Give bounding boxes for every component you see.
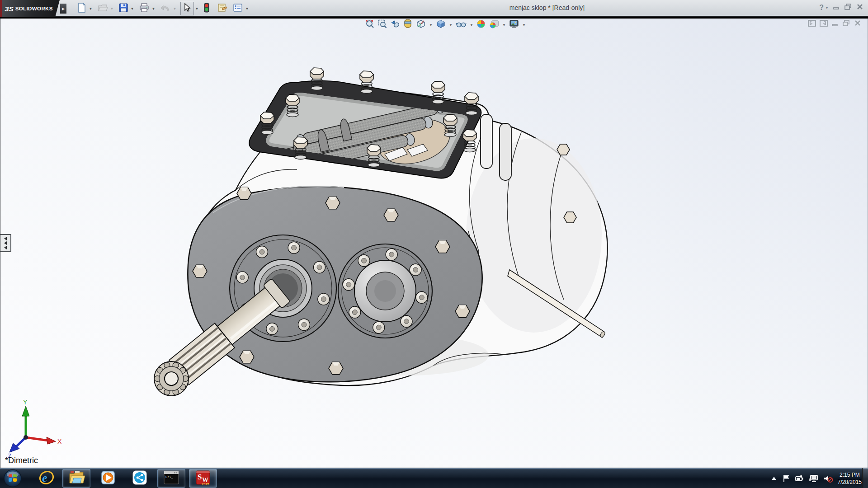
file-properties-button[interactable] (216, 2, 229, 15)
screen: ЗS SOLIDWORKS ▶ ▼ ▼ ▼ (0, 0, 868, 488)
zoom-to-area-button[interactable] (377, 19, 388, 30)
help-button[interactable]: ? ▼ (819, 4, 829, 12)
restore-document-button[interactable] (842, 20, 850, 28)
apply-scene-button[interactable] (488, 19, 500, 30)
options-checklist-icon (233, 3, 243, 14)
traffic-light-icon (204, 3, 209, 14)
help-dropdown-icon: ▼ (825, 6, 829, 10)
eyeglasses-icon (456, 19, 467, 30)
taskbar-share-app[interactable] (127, 469, 152, 488)
appearance-sphere-icon (476, 19, 486, 30)
view-orientation-icon (416, 19, 426, 30)
restore-button[interactable] (844, 3, 852, 12)
hide-show-items-button[interactable] (455, 19, 467, 30)
volume-muted-icon[interactable] (823, 474, 834, 483)
menu-expand-button[interactable]: ▶ (60, 4, 66, 14)
taskbar-media-player[interactable] (96, 469, 120, 488)
clock-time: 2:15 PM (840, 471, 860, 479)
windows-explorer-folder-icon (68, 470, 85, 487)
graphics-viewport[interactable]: ▼ ▼ ▼ ▼ (0, 19, 868, 468)
file-properties-icon (217, 3, 227, 14)
view-orientation-dropdown[interactable]: ▼ (429, 23, 433, 27)
previous-view-button[interactable] (390, 19, 401, 30)
display-style-button[interactable] (435, 19, 447, 30)
action-center-flag-icon[interactable] (782, 474, 791, 483)
zoom-to-fit-button[interactable] (364, 19, 375, 30)
apply-scene-icon (489, 19, 499, 30)
section-view-button[interactable] (402, 19, 413, 30)
ds-logo-mark: ЗS (5, 5, 14, 13)
triad-y-label: Y (23, 399, 28, 406)
print-dropdown[interactable]: ▼ (151, 2, 156, 15)
show-desktop-button[interactable] (862, 468, 868, 488)
collapse-left-pane-button[interactable] (808, 20, 816, 28)
print-button[interactable] (138, 2, 151, 15)
taskbar-windows-explorer[interactable] (62, 469, 90, 488)
previous-view-icon (391, 19, 400, 30)
model-spline-end-face (154, 361, 189, 396)
document-title: menjac sklop * [Read-only] (509, 4, 585, 11)
start-button[interactable] (3, 469, 23, 488)
clock-date: 7/28/2015 (838, 479, 862, 486)
flyout-left-arrow-icon (4, 246, 7, 249)
orientation-triad: Y X Z (7, 399, 66, 458)
select-tool-button[interactable] (180, 2, 194, 15)
titlebar: ЗS SOLIDWORKS ▶ ▼ ▼ ▼ (0, 0, 868, 17)
taskbar-solidworks-2015[interactable]: S W 2015 (189, 469, 217, 488)
triad-x-label: X (57, 438, 62, 445)
help-icon: ? (819, 4, 824, 12)
select-tool-dropdown[interactable]: ▼ (194, 2, 200, 15)
window-controls: ? ▼ (819, 3, 863, 12)
main-toolbar: ▼ ▼ ▼ ▼ (76, 1, 250, 16)
model-secondary-flange (338, 244, 432, 338)
select-cursor-icon (183, 3, 191, 14)
new-document-icon (77, 3, 86, 14)
view-settings-dropdown[interactable]: ▼ (522, 23, 526, 27)
flyout-left-arrow-icon (4, 237, 7, 240)
taskbar-command-prompt[interactable]: C:\_ (157, 469, 185, 488)
minimize-document-button[interactable] (831, 20, 839, 28)
undo-button[interactable] (159, 2, 172, 15)
edit-appearance-button[interactable] (476, 19, 486, 30)
zoom-to-fit-icon (365, 19, 374, 30)
flyout-right-arrow-icon: ▶ (62, 7, 65, 11)
display-style-dropdown[interactable]: ▼ (448, 23, 453, 27)
open-folder-icon (98, 3, 108, 14)
taskbar-internet-explorer[interactable]: e (34, 469, 59, 488)
view-settings-icon (509, 19, 519, 30)
system-tray: 2:15 PM 7/28/2015 (770, 468, 862, 488)
new-document-dropdown[interactable]: ▼ (88, 2, 94, 15)
solidworks-2015-icon: S W 2015 (194, 469, 212, 488)
brand-wordmark: SOLIDWORKS (15, 6, 53, 11)
show-hidden-icons-button[interactable] (770, 475, 778, 482)
taskbar-clock[interactable]: 2:15 PM 7/28/2015 (838, 471, 862, 486)
apply-scene-dropdown[interactable]: ▼ (502, 23, 506, 27)
network-status-icon[interactable] (809, 474, 819, 483)
featuremanager-flyout-tab[interactable] (0, 234, 11, 252)
save-floppy-icon (119, 3, 128, 14)
undo-dropdown[interactable]: ▼ (172, 2, 178, 15)
collapse-right-pane-button[interactable] (820, 20, 828, 28)
save-dropdown[interactable]: ▼ (129, 2, 135, 15)
open-document-button[interactable] (96, 2, 109, 15)
new-document-button[interactable] (76, 2, 88, 15)
gearbox-model[interactable] (0, 19, 868, 468)
zoom-to-area-icon (378, 19, 387, 30)
headsup-view-toolbar: ▼ ▼ ▼ ▼ (364, 19, 526, 30)
taskbar: e (0, 468, 868, 488)
options-dropdown[interactable]: ▼ (244, 2, 250, 15)
minimize-button[interactable] (833, 3, 840, 12)
close-button[interactable] (856, 3, 863, 12)
close-document-button[interactable] (854, 20, 861, 28)
hide-show-items-dropdown[interactable]: ▼ (469, 23, 474, 27)
open-document-dropdown[interactable]: ▼ (109, 2, 115, 15)
view-settings-button[interactable] (508, 19, 520, 30)
document-window-controls (808, 20, 861, 28)
options-button[interactable] (231, 2, 244, 15)
share-app-icon (132, 470, 148, 487)
save-button[interactable] (118, 2, 129, 15)
power-battery-icon[interactable] (795, 474, 805, 483)
rebuild-button[interactable] (203, 2, 211, 15)
view-orientation-button[interactable] (415, 19, 427, 30)
internet-explorer-icon: e (38, 470, 55, 487)
